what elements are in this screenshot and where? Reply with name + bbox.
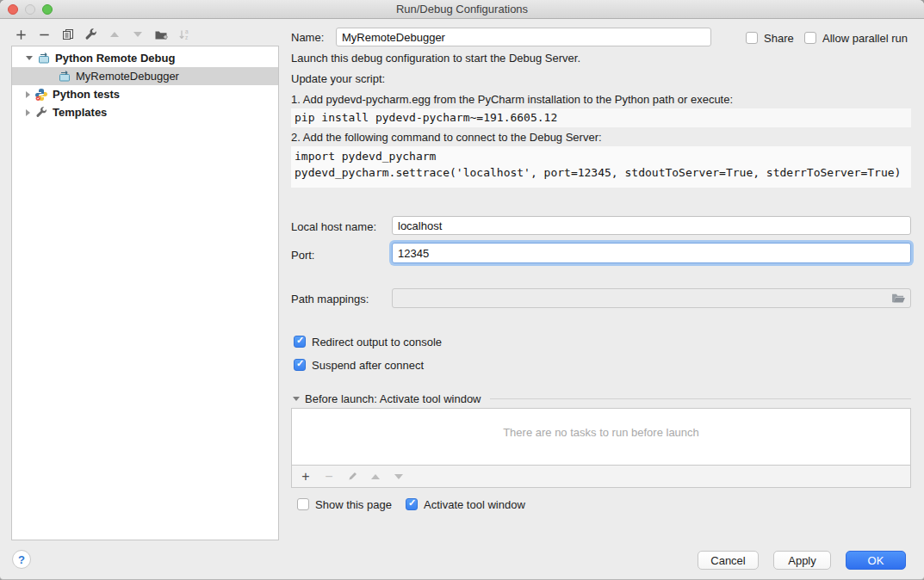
suspend-after-connect-label: Suspend after connect [312,359,424,372]
cancel-button[interactable]: Cancel [698,551,759,570]
new-folder-icon[interactable] [153,28,168,42]
remove-task-icon[interactable]: − [323,471,335,483]
description-line-2: Update your script: [291,72,385,85]
move-up-icon[interactable] [107,28,121,42]
checkbox-box[interactable] [297,498,309,510]
remote-debug-icon [58,70,71,83]
code-line-1: import pydevd_pycharm [295,150,436,163]
ok-button[interactable]: OK [846,551,906,570]
run-debug-configurations-dialog: Run/Debug Configurations az [0,0,924,580]
pip-install-command: pip install pydevd-pycharm~=191.6605.12 [291,108,911,127]
edit-templates-icon[interactable] [84,28,98,42]
step-2-text: 2. Add the following command to connect … [291,131,602,144]
section-rule [490,398,911,399]
checkbox-box[interactable] [804,32,816,44]
show-this-page-label: Show this page [315,498,392,511]
traffic-lights [8,4,53,15]
title-bar: Run/Debug Configurations [0,0,924,19]
svg-text:z: z [185,34,188,40]
edit-task-icon[interactable] [346,471,358,483]
allow-parallel-run-checkbox[interactable]: Allow parallel run [804,31,908,45]
expanded-arrow-icon[interactable] [26,56,33,60]
description-line-1: Launch this debug configuration to start… [291,52,580,65]
close-button[interactable] [8,4,18,15]
activate-tool-window-label: Activate tool window [424,498,525,511]
tree-item-python-tests[interactable]: Python tests [12,85,278,103]
move-task-up-icon[interactable] [369,471,381,483]
collapsed-arrow-icon[interactable] [26,91,30,98]
add-configuration-icon[interactable] [14,28,28,42]
checkbox-box[interactable] [746,32,758,44]
collapsed-arrow-icon[interactable] [26,109,30,116]
wrench-icon [34,106,48,120]
name-label: Name: [291,31,324,44]
share-checkbox-label: Share [764,32,794,45]
activate-tool-window-checkbox[interactable]: Activate tool window [406,497,525,511]
step-1-text: 1. Add pydevd-pycharm.egg from the PyCha… [291,93,733,106]
before-launch-title: Before launch: Activate tool window [305,392,481,405]
remove-configuration-icon[interactable] [37,28,52,42]
window-title: Run/Debug Configurations [396,3,528,15]
code-line-2: pydevd_pycharm.settrace('localhost', por… [295,166,901,179]
port-input[interactable] [392,243,911,263]
checkbox-box[interactable] [406,498,418,510]
redirect-output-label: Redirect output to console [312,336,442,349]
zoom-button[interactable] [42,4,53,15]
port-label: Port: [291,249,314,262]
python-icon [34,88,48,102]
name-input[interactable] [336,28,711,46]
tree-item-myremotedebugger[interactable]: MyRemoteDebugger [12,67,278,85]
before-launch-section-header[interactable]: Before launch: Activate tool window [293,392,911,405]
minimize-button[interactable] [25,4,35,15]
tree-item-python-remote-debug[interactable]: Python Remote Debug [12,49,278,67]
configurations-tree: Python Remote Debug MyRemoteDebugger Pyt… [11,46,279,540]
before-launch-toolbar: + − [291,466,911,488]
allow-parallel-run-label: Allow parallel run [822,32,908,45]
before-launch-task-list: There are no tasks to run before launch [291,408,911,466]
no-tasks-text: There are no tasks to run before launch [503,426,699,439]
local-host-name-input[interactable] [392,216,911,235]
browse-folder-icon[interactable] [891,293,906,304]
configurations-toolbar: az [14,26,191,43]
tree-item-label: Templates [53,106,107,119]
path-mappings-label: Path mappings: [291,293,369,305]
checkbox-box[interactable] [294,336,306,348]
apply-button[interactable]: Apply [773,551,831,570]
copy-configuration-icon[interactable] [60,28,75,42]
add-task-icon[interactable]: + [300,471,312,483]
section-collapse-arrow-icon[interactable] [293,397,300,401]
share-checkbox[interactable]: Share [746,31,794,45]
redirect-output-checkbox[interactable]: Redirect output to console [294,335,442,349]
tree-item-label: MyRemoteDebugger [76,70,179,83]
show-this-page-checkbox[interactable]: Show this page [297,497,392,511]
local-host-name-label: Local host name: [291,220,376,233]
help-question-icon: ? [18,553,25,566]
tree-item-label: Python tests [53,88,120,101]
tree-item-label: Python Remote Debug [55,52,175,65]
suspend-after-connect-checkbox[interactable]: Suspend after connect [294,358,424,372]
tree-item-templates[interactable]: Templates [12,103,278,121]
remote-debug-icon [37,52,51,65]
settrace-code-block: import pydevd_pycharmpydevd_pycharm.sett… [291,146,911,188]
sort-configurations-icon[interactable]: az [177,28,191,42]
move-down-icon[interactable] [130,28,145,42]
move-task-down-icon[interactable] [393,471,405,483]
help-button[interactable]: ? [12,550,31,569]
checkbox-box[interactable] [294,359,306,371]
svg-text:a: a [185,28,189,34]
path-mappings-field[interactable] [392,288,911,308]
